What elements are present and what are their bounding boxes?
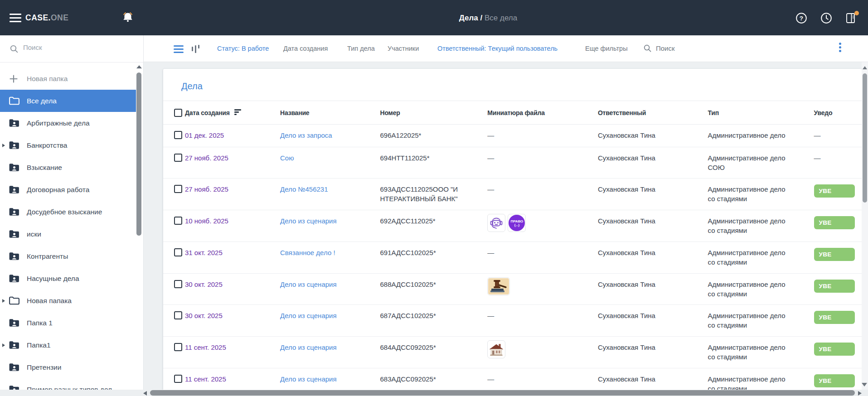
filter-item[interactable]: Еще фильтры (585, 45, 628, 52)
sidebar-item[interactable]: иски (0, 223, 136, 245)
sidebar-scrollbar-thumb[interactable] (136, 72, 141, 236)
chevron-right-icon[interactable] (2, 343, 5, 347)
case-name-link[interactable]: Дело из сценария (280, 343, 337, 351)
row-checkbox[interactable] (174, 217, 182, 225)
sidebar-item[interactable]: Претензии (0, 356, 136, 378)
filter-search[interactable]: Поиск (643, 44, 675, 53)
case-name-link[interactable]: Дело из сценария (280, 217, 337, 225)
horizontal-scrollbar-thumb[interactable] (150, 390, 855, 396)
case-name-link[interactable]: Связанное дело ! (280, 249, 335, 256)
notification-cell: УВЕ (814, 248, 862, 261)
hamburger-menu-icon[interactable] (10, 14, 21, 22)
case-type: Административное дело со стадиями (708, 280, 794, 299)
sidebar-item[interactable]: Договорная работа (0, 179, 136, 201)
sidebar-item[interactable]: Папка 1 (0, 312, 136, 334)
column-header[interactable]: Дата создания (185, 109, 280, 116)
case-number-cell: 687АДСС102025* (380, 311, 488, 320)
notification-badge: УВЕ (814, 343, 855, 356)
column-header-label: Ответственный (598, 109, 646, 116)
sidebar-search-input[interactable] (22, 43, 128, 52)
topbar-actions: ? (795, 12, 857, 24)
responsible-name: Сухановская Тина (598, 280, 708, 289)
select-all-checkbox[interactable] (174, 109, 182, 117)
sidebar-item[interactable]: Все дела (0, 90, 136, 112)
notification-cell: УВЕ (814, 311, 862, 324)
case-name-cell: Дело из сценария (280, 374, 380, 384)
column-header[interactable]: Ответственный (598, 109, 708, 116)
row-checkbox[interactable] (174, 248, 182, 256)
case-name-link[interactable]: Дело из сценария (280, 280, 337, 288)
sidebar-item[interactable]: Банкротства (0, 134, 136, 156)
chevron-right-icon[interactable] (2, 299, 5, 303)
column-header[interactable]: Номер (380, 109, 488, 116)
column-header[interactable]: Уведо (814, 109, 862, 116)
history-button[interactable] (820, 12, 832, 24)
sort-descending-icon[interactable] (234, 109, 241, 116)
filter-item[interactable]: Участники (388, 45, 419, 52)
filter-active[interactable]: Статус: В работе (217, 45, 269, 52)
app-logo: CASE.ONE (25, 13, 68, 23)
sidebar-item[interactable]: Папка1 (0, 334, 136, 356)
notification-badge: УВЕ (814, 216, 855, 229)
thumbnail-group: ПРАВО(...) (487, 214, 598, 232)
sidebar-item[interactable]: Арбитражные дела (0, 112, 136, 134)
row-checkbox-cell (174, 216, 185, 225)
help-button[interactable]: ? (795, 12, 807, 24)
robot-thumbnail[interactable] (487, 214, 505, 232)
case-number: 691АДСС102025* (380, 248, 461, 257)
row-checkbox[interactable] (174, 280, 182, 288)
column-header[interactable]: Миниатюра файла (487, 109, 598, 116)
case-name-link[interactable]: Дело из сценария (280, 312, 337, 319)
sidebar-scroll-up-arrow[interactable] (136, 65, 142, 68)
panel-button[interactable] (845, 12, 857, 24)
notifications-bell-icon[interactable] (121, 11, 135, 24)
notification-cell: УВЕ (814, 343, 862, 356)
folder-user-icon (9, 118, 20, 128)
sidebar-item[interactable]: Взыскание (0, 156, 136, 179)
chevron-right-icon[interactable] (2, 144, 5, 147)
case-name-link[interactable]: Дело №456231 (280, 185, 328, 193)
sidebar-item[interactable]: Новая папака (0, 290, 136, 312)
horizontal-scroll-right-arrow[interactable] (858, 391, 862, 396)
case-type-cell: Административное дело (708, 130, 814, 140)
column-header[interactable]: Название (280, 109, 380, 116)
list-view-icon[interactable] (174, 45, 184, 55)
column-header[interactable]: Тип (708, 109, 814, 116)
pravo-thumbnail[interactable]: ПРАВО(...) (508, 214, 526, 232)
case-name-link[interactable]: Дело из сценария (280, 375, 337, 383)
row-checkbox[interactable] (174, 343, 182, 351)
sidebar-item[interactable]: Насущные дела (0, 267, 136, 290)
row-checkbox-cell (174, 153, 185, 162)
vertical-scroll-up-arrow[interactable] (863, 66, 867, 69)
case-name-link[interactable]: Дело из запроса (280, 131, 332, 139)
case-name-link[interactable]: Сою (280, 154, 294, 162)
case-number-cell: 691АДСС102025* (380, 248, 488, 257)
sidebar-new-folder-button[interactable]: Новая папка (0, 68, 136, 90)
row-checkbox[interactable] (174, 375, 182, 383)
row-checkbox[interactable] (174, 154, 182, 162)
column-settings-icon[interactable] (192, 44, 201, 53)
filter-item[interactable]: Дата создания (283, 45, 328, 52)
sidebar-item[interactable]: Досудебное взыскание (0, 201, 136, 223)
horizontal-scroll-left-arrow[interactable] (143, 391, 147, 396)
responsible-name: Сухановская Тина (598, 311, 708, 320)
table-row: 27 нояб. 2025Сою694НТТ112025*—Сухановска… (163, 147, 862, 179)
filter-item[interactable]: Тип дела (347, 45, 375, 52)
filter-active[interactable]: Ответственный: Текущий пользователь (437, 45, 558, 52)
file-thumbnail-cell: — (487, 184, 598, 194)
file-thumbnail-cell: — (487, 248, 598, 257)
row-checkbox[interactable] (174, 311, 182, 319)
case-number: 687АДСС102025* (380, 311, 461, 320)
vertical-scrollbar-thumb[interactable] (863, 73, 867, 203)
empty-value: — (487, 131, 494, 139)
gavel-thumbnail[interactable] (487, 277, 510, 295)
row-checkbox[interactable] (174, 185, 182, 193)
row-checkbox[interactable] (174, 131, 182, 139)
sidebar-item-label: Новая папака (27, 297, 72, 305)
folder-user-icon (9, 362, 20, 372)
house-thumbnail[interactable] (487, 340, 505, 358)
vertical-scroll-down-arrow[interactable] (862, 383, 867, 386)
more-options-icon[interactable] (837, 43, 843, 53)
column-header-label: Тип (708, 109, 719, 116)
sidebar-item[interactable]: Контрагенты (0, 245, 136, 267)
